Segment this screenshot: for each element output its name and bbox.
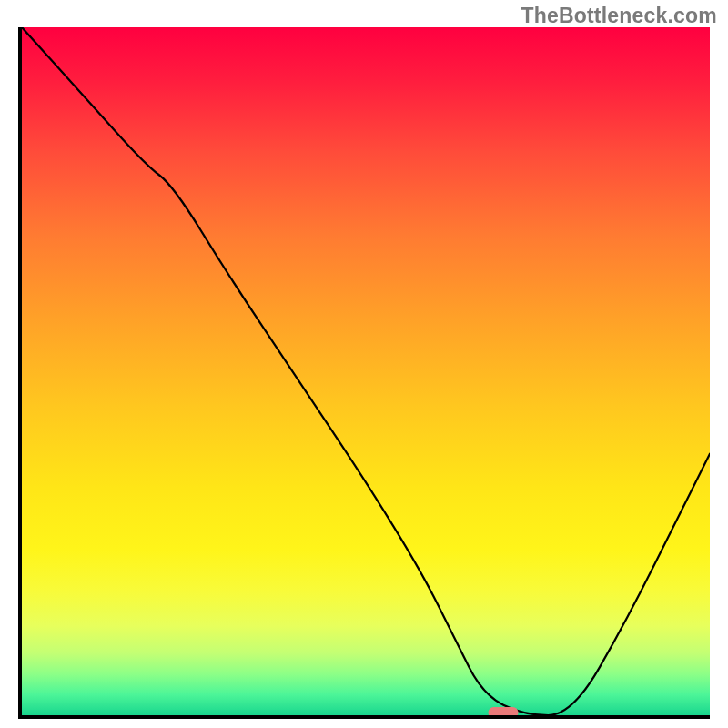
watermark-text: TheBottleneck.com [521,4,717,28]
plot-area [22,27,710,715]
plot-frame [18,27,710,719]
bottleneck-curve [22,27,710,715]
optimum-marker [489,707,519,715]
curve-svg [22,27,710,715]
chart-container: TheBottleneck.com [0,0,728,728]
